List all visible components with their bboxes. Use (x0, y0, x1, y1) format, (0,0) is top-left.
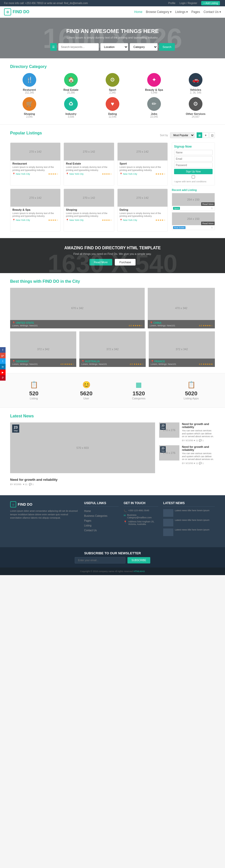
location-select[interactable]: Location (100, 43, 128, 51)
listings-sidebar: Signup Now Sign Up Now I agree with term… (172, 143, 215, 231)
footer-link[interactable]: Pages (84, 519, 91, 522)
news-main-img: 570 x 603 (10, 423, 155, 473)
cat-count: 25,386 (52, 91, 90, 94)
category-item[interactable]: ✏ Jobs 22,045 (135, 97, 173, 118)
footer-link[interactable]: Home (84, 510, 91, 513)
signup-password[interactable] (174, 162, 213, 168)
promo-btns: Read More Purchase (4, 259, 221, 266)
footer-link-item[interactable]: Home (84, 509, 119, 513)
login-link[interactable]: Login / Register (180, 2, 197, 5)
promo-purchase-btn[interactable]: Purchase (115, 259, 135, 266)
category-item[interactable]: 🏠 Real Estate 25,386 (52, 73, 90, 94)
stats-grid: 📋 520 Listing 😊 5620 User ▦ 1520 Categor… (10, 381, 215, 400)
footer-link[interactable]: Business Categories (84, 515, 107, 517)
recent-read-more-2[interactable]: Read More (201, 222, 215, 225)
nav-browse[interactable]: Browse Category ▾ (146, 10, 171, 14)
cat-count: 5,948 (135, 91, 173, 94)
listing-name: Shoping (66, 208, 112, 211)
cat-count: 2,045 (10, 115, 49, 118)
search-input[interactable] (58, 43, 99, 51)
linkedin-btn[interactable]: in (0, 364, 6, 369)
recent-read-more-1[interactable]: Read More (201, 203, 215, 206)
footer-logo-icon: ◎ (10, 501, 16, 507)
footer-link-item[interactable]: Business Categories (84, 514, 119, 518)
list-view-btn[interactable]: ≡ (203, 132, 208, 138)
facebook-btn[interactable]: f (0, 347, 6, 353)
cat-count: 24,567 (176, 115, 215, 118)
footer-link[interactable]: Listing (84, 524, 92, 527)
category-item[interactable]: ♻ Industry 3,506 (52, 97, 90, 118)
listing-card[interactable]: 270 x 142 Beauty & Spa Lorem Ipsum is si… (10, 189, 61, 232)
signup-box: Signup Now Sign Up Now I agree with term… (172, 143, 215, 185)
best-overlay-4: 📍 AUSTRALIA Lorem, Writings: New101 4.5 … (79, 359, 146, 367)
grid-view-btn[interactable]: ▦ (197, 132, 202, 138)
profile-link[interactable]: Profile (168, 2, 175, 5)
filter-btn[interactable]: ☰ (50, 43, 57, 51)
news-side-title: Need for growth and reliability (182, 445, 215, 452)
cat-icon: ⚙ (189, 97, 202, 111)
news-side-desc: You can see various services and system … (182, 452, 215, 461)
listing-card[interactable]: 270 x 142 Real Estate Lorem Ipsum is sim… (64, 143, 114, 186)
listing-name: Beauty & Spa (12, 208, 58, 211)
signup-name[interactable] (174, 150, 213, 155)
footer-news-text: Latest news title here lorem ipsum (175, 509, 210, 517)
google-plus-btn[interactable]: g+ (0, 353, 6, 358)
nav-listings[interactable]: Listings ▾ (175, 10, 188, 14)
news-main-date-badge: 23 Sep (12, 425, 19, 433)
signup-btn[interactable]: Sign Up Now (174, 169, 213, 174)
search-btn[interactable]: Search (159, 43, 175, 51)
category-item[interactable]: ♥ Dating 12,546 (93, 97, 132, 118)
directory-title: Directory Category (10, 64, 215, 69)
cat-name: Shoping (10, 112, 49, 115)
subscribe-input[interactable] (75, 557, 125, 563)
best-germany: 372 x 342 📍 GERMANY Lorem, Writings: New… (10, 332, 76, 367)
news-side-body: Need for growth and reliability You can … (182, 445, 215, 465)
listing-info: Shoping Lorem Ipsum is simply dummy text… (64, 207, 114, 223)
youtube-btn[interactable]: ▶ (0, 369, 6, 375)
listings-title: Popular Listings (10, 131, 42, 135)
stat-icon: 📋 (10, 381, 58, 389)
best-rating-3: 4.6 ★★★★☆ (60, 363, 74, 365)
category-select[interactable]: Category (130, 43, 158, 51)
category-item[interactable]: 🍴 Resturent 152,345 (10, 73, 49, 94)
footer-link-item[interactable]: Pages (84, 519, 119, 522)
directory-section: Directory Category 🍴 Resturent 152,345 🏠… (0, 58, 225, 124)
category-item[interactable]: ⚙ Sport 2,345 (93, 73, 132, 94)
category-item[interactable]: 🚗 Vehicles 2, 36, 546 (176, 73, 215, 94)
listing-card[interactable]: 270 x 142 Restaurant Lorem Ipsum is simp… (10, 143, 61, 186)
category-item[interactable]: ✦ Beauty & Spa 5,948 (135, 73, 173, 94)
listing-thumb: 270 x 142 (10, 189, 60, 207)
listing-card[interactable]: 270 x 142 Dating Lorem Ipsum is simply d… (117, 189, 168, 232)
category-item[interactable]: ⚙ Other Services 24,567 (176, 97, 215, 118)
pinterest-btn[interactable]: P (0, 375, 6, 381)
best-country-4: 📍 AUSTRALIA (81, 360, 143, 363)
nav-contact[interactable]: Contact Us ▾ (203, 10, 221, 14)
subscribe-btn[interactable]: SUBSCRIBE (127, 557, 150, 563)
stat-num: 5020 (167, 390, 215, 397)
category-item[interactable]: 🛒 Shoping 2,045 (10, 97, 49, 118)
recent-title: Recent add Listing (172, 188, 215, 191)
listing-thumb: 270 x 142 (10, 143, 60, 160)
listing-card[interactable]: 270 x 142 Sport Lorem Ipsum is simply du… (117, 143, 168, 186)
listing-thumb: 270 x 142 (64, 189, 114, 207)
logo: ◎ FIND DO (4, 8, 29, 16)
twitter-btn[interactable]: t (0, 358, 6, 364)
agree-checkbox[interactable] (174, 175, 213, 179)
best-info-5: Lorem, Writings: New101 (151, 363, 176, 365)
listing-card[interactable]: 270 x 142 Shoping Lorem Ipsum is simply … (64, 189, 114, 232)
footer-link[interactable]: Contact Us (84, 529, 97, 532)
signup-email[interactable] (174, 156, 213, 161)
nav-home[interactable]: Home (134, 10, 142, 14)
nav-pages[interactable]: Pages (191, 10, 200, 14)
best-grid-bottom: 372 x 342 📍 GERMANY Lorem, Writings: New… (10, 332, 215, 367)
sort-select[interactable]: Most Popular (170, 132, 195, 138)
listing-stars: ★★★★☆ (48, 173, 58, 175)
footer-desc: Lorem ipsum dolor amet consectetur adipi… (10, 509, 79, 520)
footer-link-item[interactable]: Listing (84, 524, 119, 527)
promo-readmore-btn[interactable]: Read More (90, 259, 112, 266)
map-view-btn[interactable]: ◫ (209, 132, 215, 138)
add-listing-btn[interactable]: + Add Listing (201, 1, 220, 5)
credit-link[interactable]: HTMLMAG (133, 570, 145, 572)
hero-title: FIND AN AWESOME THINGS HERE (4, 28, 221, 34)
footer-link-item[interactable]: Contact Us (84, 528, 119, 532)
